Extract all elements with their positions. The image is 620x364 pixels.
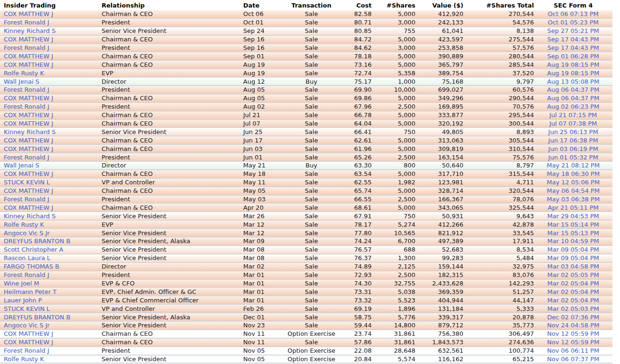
sec-form-4-link[interactable]: Nov 06 07:37 PM	[534, 356, 612, 363]
insider-name-link[interactable]: COX MATTHEW J	[0, 187, 102, 194]
sec-form-4-link[interactable]: Jul 07 07:38 PM	[534, 120, 612, 127]
insider-name-link[interactable]: COX MATTHEW J	[0, 61, 102, 68]
sec-form-4-link[interactable]: Mar 02 05:04 PM	[534, 280, 612, 287]
sec-form-4-link[interactable]: Jun 17 06:38 PM	[534, 137, 612, 144]
insider-name-link[interactable]: Forest Ronald J	[0, 271, 102, 278]
sec-form-4-link[interactable]: Jun 01 05:32 PM	[534, 154, 612, 161]
sec-form-4-link[interactable]: Mar 02 05:04 PM	[534, 297, 612, 304]
table-row: Rolfe Rusty KEVPAug 19Sale72.745,358389,…	[0, 69, 612, 78]
sec-form-4-link[interactable]: May 03 06:38 PM	[534, 196, 612, 203]
sec-form-4-link[interactable]: Jun 03 06:19 PM	[534, 145, 612, 152]
insider-name-link[interactable]: Forest Ronald J	[0, 19, 102, 26]
column-header-shares-total[interactable]: #Shares Total	[463, 2, 534, 9]
sec-form-4-link[interactable]: Aug 02 06:23 PM	[534, 103, 612, 110]
sec-form-4-link[interactable]: Aug 06 04:37 PM	[534, 86, 612, 93]
sec-form-4-link[interactable]: Nov 24 04:58 PM	[534, 322, 612, 329]
sec-form-4-link[interactable]: Mar 29 04:53 PM	[534, 213, 612, 220]
insider-name-link[interactable]: Heilmann Peter T	[0, 288, 102, 295]
sec-form-4-link[interactable]: Mar 10 04:59 PM	[534, 237, 612, 245]
sec-form-4-link[interactable]: Aug 19 08:15 PM	[534, 61, 612, 68]
sec-form-4-link[interactable]: Mar 03 04:58 PM	[534, 263, 612, 270]
insider-name-link[interactable]: Kinney Richard S	[0, 128, 102, 135]
insider-name-link[interactable]: Kinney Richard S	[0, 27, 102, 34]
date-cell: Mar 01	[242, 280, 278, 287]
insider-name-link[interactable]: COX MATTHEW J	[0, 170, 102, 177]
column-header-shares[interactable]: #Shares	[372, 2, 415, 9]
insider-name-link[interactable]: Lauer John P	[0, 297, 102, 304]
insider-name-link[interactable]: Kinney Richard S	[0, 213, 102, 220]
sec-form-4-link[interactable]: May 06 04:54 PM	[534, 187, 612, 194]
sec-form-4-link[interactable]: Mar 02 05:04 PM	[534, 288, 612, 295]
insider-name-link[interactable]: COX MATTHEW J	[0, 339, 102, 346]
insider-name-link[interactable]: COX MATTHEW J	[0, 204, 102, 211]
insider-name-link[interactable]: Forest Ronald J	[0, 347, 102, 354]
sec-form-4-link[interactable]: Mar 09 05:04 PM	[534, 246, 612, 253]
sec-form-4-link[interactable]: Oct 06 07:13 PM	[534, 10, 612, 17]
insider-name-link[interactable]: COX MATTHEW J	[0, 53, 102, 60]
insider-name-link[interactable]: DREYFUS BRANTON B	[0, 237, 102, 245]
sec-form-4-link[interactable]: Sep 27 05:21 PM	[534, 27, 612, 34]
sec-form-4-link[interactable]: Nov 12 05:59 PM	[534, 330, 612, 337]
shares-total-cell: 4,711	[463, 179, 534, 186]
insider-name-link[interactable]: Rascon Laura L	[0, 254, 102, 261]
column-header-sec-form-4[interactable]: SEC Form 4	[534, 2, 612, 9]
insider-name-link[interactable]: Angoco Vic S Jr	[0, 322, 102, 329]
column-header-transaction[interactable]: Transaction	[278, 2, 345, 9]
insider-name-link[interactable]: Forest Ronald J	[0, 44, 102, 51]
sec-form-4-link[interactable]: Mar 02 05:03 PM	[534, 305, 612, 312]
insider-name-link[interactable]: COX MATTHEW J	[0, 10, 102, 17]
sec-form-4-link[interactable]: Jul 21 07:15 PM	[534, 111, 612, 119]
sec-form-4-link[interactable]: Aug 19 08:15 PM	[534, 70, 612, 77]
sec-form-4-link[interactable]: Mar 09 05:04 PM	[534, 254, 612, 261]
sec-form-4-link[interactable]: Sep 17 04:43 PM	[534, 44, 612, 51]
insider-name-link[interactable]: Rolfe Rusty K	[0, 70, 102, 77]
sec-form-4-link[interactable]: Mar 15 05:14 PM	[534, 221, 612, 228]
insider-name-link[interactable]: STUCK KEVIN L	[0, 305, 102, 312]
shares-total-cell: 78,076	[463, 196, 534, 203]
insider-name-link[interactable]: COX MATTHEW J	[0, 145, 102, 152]
sec-form-4-link[interactable]: Dec 02 07:36 PM	[534, 314, 612, 321]
sec-form-4-link[interactable]: May 21 08:12 PM	[534, 162, 612, 169]
insider-name-link[interactable]: Forest Ronald J	[0, 86, 102, 93]
sec-form-4-link[interactable]: Aug 13 05:08 PM	[534, 78, 612, 85]
table-row: Angoco Vic S JrSenior Vice PresidentMar …	[0, 229, 612, 237]
insider-name-link[interactable]: Forest Ronald J	[0, 154, 102, 161]
relationship-cell: Senior Vice President	[102, 356, 242, 363]
sec-form-4-link[interactable]: Apr 21 05:11 PM	[534, 204, 612, 211]
insider-name-link[interactable]: Angoco Vic S Jr	[0, 229, 102, 237]
insider-name-link[interactable]: DREYFUS BRANTON B	[0, 314, 102, 321]
column-header-date[interactable]: Date	[242, 2, 278, 9]
column-header-relationship[interactable]: Relationship	[102, 2, 242, 9]
column-header-value[interactable]: Value ($)	[415, 2, 463, 9]
insider-name-link[interactable]: COX MATTHEW J	[0, 36, 102, 43]
insider-name-link[interactable]: Forest Ronald J	[0, 196, 102, 203]
insider-name-link[interactable]: Wine Joel M	[0, 280, 102, 287]
column-header-cost[interactable]: Cost	[345, 2, 372, 9]
insider-name-link[interactable]: STUCK KEVIN L	[0, 179, 102, 186]
column-header-insider-trading[interactable]: Insider Trading	[0, 2, 102, 9]
sec-form-4-link[interactable]: Sep 17 04:43 PM	[534, 36, 612, 43]
insider-name-link[interactable]: FARGO THOMAS B	[0, 263, 102, 270]
sec-form-4-link[interactable]: May 18 06:30 PM	[534, 170, 612, 177]
sec-form-4-link[interactable]: Nov 06 06:11 PM	[534, 347, 612, 354]
sec-form-4-link[interactable]: Aug 06 04:37 PM	[534, 95, 612, 102]
sec-form-4-link[interactable]: Nov 12 05:59 PM	[534, 339, 612, 346]
shares-total-cell: 70,576	[463, 103, 534, 110]
insider-name-link[interactable]: COX MATTHEW J	[0, 111, 102, 119]
sec-form-4-link[interactable]: Oct 01 05:23 PM	[534, 19, 612, 26]
sec-form-4-link[interactable]: Mar 02 05:05 PM	[534, 271, 612, 278]
insider-name-link[interactable]: Wall Jenai S	[0, 162, 102, 169]
insider-name-link[interactable]: Wall Jenai S	[0, 78, 102, 85]
insider-name-link[interactable]: COX MATTHEW J	[0, 95, 102, 102]
insider-name-link[interactable]: Rolfe Rusty K	[0, 356, 102, 363]
insider-name-link[interactable]: Rolfe Rusty K	[0, 221, 102, 228]
insider-name-link[interactable]: Forest Ronald J	[0, 103, 102, 110]
sec-form-4-link[interactable]: Jun 25 06:13 PM	[534, 128, 612, 135]
sec-form-4-link[interactable]: May 12 05:06 PM	[534, 179, 612, 186]
insider-name-link[interactable]: COX MATTHEW J	[0, 137, 102, 144]
insider-name-link[interactable]: COX MATTHEW J	[0, 120, 102, 127]
sec-form-4-link[interactable]: Mar 15 05:13 PM	[534, 229, 612, 237]
sec-form-4-link[interactable]: Sep 01 06:28 PM	[534, 53, 612, 60]
insider-name-link[interactable]: COX MATTHEW J	[0, 330, 102, 337]
insider-name-link[interactable]: Scott Christopher A	[0, 246, 102, 253]
